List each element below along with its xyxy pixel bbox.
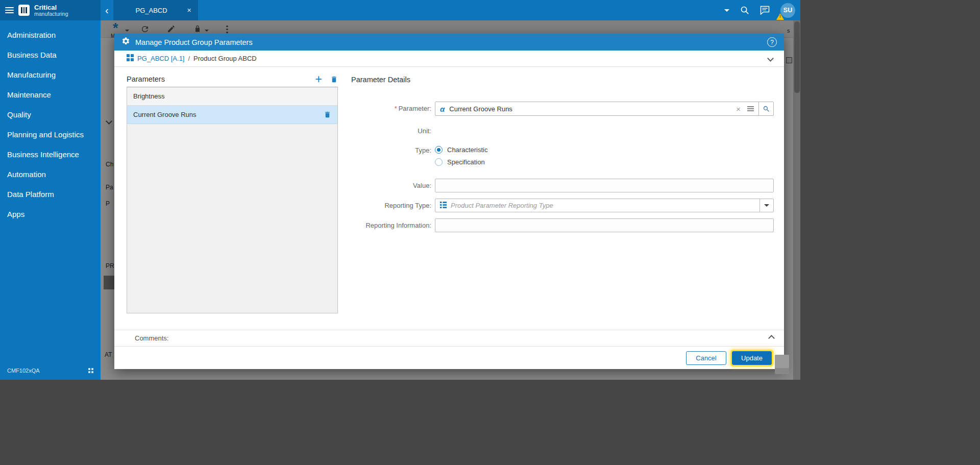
update-button[interactable]: Update [732,351,772,365]
environment-grid-icon[interactable] [88,368,93,373]
parameters-panel-header: Parameters + [127,72,338,86]
reporting-type-label: Reporting Type: [351,199,431,212]
type-label: Type: [351,143,431,168]
brand-name-top: Critical [34,4,68,11]
clear-icon[interactable]: × [736,105,741,113]
required-mark: * [395,105,397,112]
search-icon[interactable] [740,6,749,15]
cancel-button[interactable]: Cancel [686,351,726,365]
add-parameter-icon[interactable]: + [315,74,322,84]
unit-label: Unit: [351,124,431,138]
tab-pg-abcd[interactable]: PG_ABCD × [113,0,198,20]
help-icon[interactable]: ? [767,37,777,47]
gear-icon [121,37,130,47]
value-label: Value: [351,179,431,192]
comments-label: Comments: [135,334,168,342]
delete-row-icon[interactable] [324,111,331,118]
brand-name-bottom: manufacturing [34,11,68,17]
radio-selected-icon [435,146,443,154]
tabs-dropdown-caret-icon[interactable] [724,9,729,12]
value-input[interactable] [435,179,774,192]
parameters-list: Brightness Current Groove Runs [127,87,338,313]
back-chevron-icon[interactable]: ‹ [101,0,113,20]
product-group-icon [127,54,134,63]
manage-product-group-parameters-dialog: Manage Product Group Parameters ? PG_ABC… [114,34,784,369]
radio-characteristic[interactable]: Characteristic [435,143,774,156]
sidebar-item-administration[interactable]: Administration [0,25,101,45]
warning-badge-icon: ! [776,13,784,19]
radio-unselected-icon [435,158,443,166]
hamburger-menu-icon[interactable] [5,7,14,13]
user-avatar[interactable]: SU ! [780,3,795,18]
company-logo-text: Critical manufacturing [34,4,68,17]
reporting-information-label: Reporting Information: [351,218,431,232]
reporting-type-icon [440,201,447,210]
parameter-details-title: Parameter Details [351,76,410,84]
dialog-footer: Cancel Update [114,346,784,369]
app-window: * M Ch Pa P PR AT [0,0,800,380]
open-list-icon[interactable] [747,106,754,111]
sidebar-nav: Administration Business Data Manufacturi… [0,20,101,224]
company-logo-icon [18,5,30,16]
screen-canvas: * M Ch Pa P PR AT [0,0,980,465]
sidebar-item-apps[interactable]: Apps [0,204,101,224]
parameter-list-item-selected[interactable]: Current Groove Runs [127,106,337,124]
sidebar-item-maintenance[interactable]: Maintenance [0,85,101,105]
parameter-label: *Parameter: [351,102,431,116]
sidebar-header: Critical manufacturing [0,0,101,20]
parameter-value: Current Groove Runs [449,105,731,113]
sidebar-footer: CMF102xQA [0,368,101,374]
sidebar-item-business-data[interactable]: Business Data [0,45,101,65]
sidebar-item-data-platform[interactable]: Data Platform [0,184,101,204]
unit-value [435,124,774,138]
delete-parameter-icon[interactable] [330,76,338,83]
comments-section[interactable]: Comments: [114,330,784,346]
topbar-actions: SU ! [724,0,795,20]
sidebar-item-planning-and-logistics[interactable]: Planning and Logistics [0,125,101,144]
value-row: Value: [351,179,774,192]
topbar: ‹ PG_ABCD × SU ! [101,0,800,20]
radio-specification[interactable]: Specification [435,156,774,168]
sidebar-item-quality[interactable]: Quality [0,105,101,125]
parameter-row: *Parameter: α Current Groove Runs × [351,102,774,116]
chat-icon[interactable] [760,6,770,15]
breadcrumb-separator: / [188,55,190,62]
parameter-lookup-field: α Current Groove Runs × [435,102,774,116]
unit-row: Unit: [351,124,774,138]
reporting-type-dropdown[interactable]: Product Parameter Reporting Type [435,199,774,212]
dialog-header: Manage Product Group Parameters ? [114,34,784,51]
type-row: Type: Characteristic Specification [351,143,774,168]
parameter-input[interactable]: α Current Groove Runs × [435,102,759,116]
floating-gray-box [775,355,789,374]
parameters-panel-title: Parameters [127,75,315,83]
breadcrumb: PG_ABCD [A.1] / Product Group ABCD [114,51,784,67]
reporting-type-placeholder: Product Parameter Reporting Type [451,202,553,209]
comments-collapse-chevron-icon[interactable] [768,335,775,341]
sidebar-item-business-intelligence[interactable]: Business Intelligence [0,144,101,164]
dialog-title: Manage Product Group Parameters [135,38,253,46]
tab-close-icon[interactable]: × [187,6,191,14]
parameter-list-item[interactable]: Brightness [127,87,337,106]
dropdown-arrow-icon[interactable] [760,199,773,212]
tab-label: PG_ABCD [120,7,183,14]
breadcrumb-current: Product Group ABCD [193,55,257,62]
parameter-alpha-icon: α [440,105,445,113]
sidebar-item-manufacturing[interactable]: Manufacturing [0,65,101,85]
header-collapse-chevron-icon[interactable] [767,55,774,62]
sidebar: Critical manufacturing Administration Bu… [0,0,101,380]
environment-label: CMF102xQA [7,368,40,374]
lookup-search-button[interactable] [758,102,774,116]
reporting-information-row: Reporting Information: [351,218,774,232]
sidebar-item-automation[interactable]: Automation [0,164,101,184]
reporting-information-input[interactable] [435,218,774,232]
reporting-type-row: Reporting Type: Product Parameter Report… [351,199,774,212]
breadcrumb-link[interactable]: PG_ABCD [A.1] [137,55,184,62]
